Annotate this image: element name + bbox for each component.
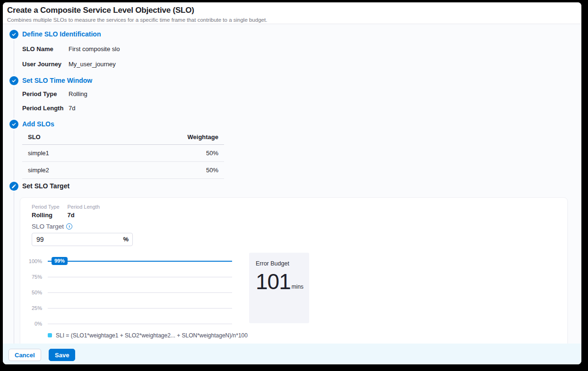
error-budget-card: Error Budget 101 mins xyxy=(249,253,309,323)
slo-target-field-label: SLO Target i xyxy=(32,223,72,230)
gridline-25 xyxy=(48,308,232,309)
slo-target-label-text: SLO Target xyxy=(32,223,64,230)
period-length-label: Period Length xyxy=(22,105,66,112)
table-row: simple2 50% xyxy=(22,162,224,179)
slo-cell: simple1 xyxy=(28,150,49,157)
period-length-summary: Period Length 7d xyxy=(68,204,100,219)
dialog-header: Create a Composite Service Level Objecti… xyxy=(3,2,581,24)
slo-target-input-wrap: % xyxy=(32,233,133,246)
period-summary: Period Type Rolling Period Length 7d xyxy=(32,204,100,219)
info-icon[interactable]: i xyxy=(66,223,72,230)
cancel-button[interactable]: Cancel xyxy=(9,349,41,361)
period-type-summary: Period Type Rolling xyxy=(32,204,60,219)
weightage-cell: 50% xyxy=(206,167,218,174)
table-row: simple1 50% xyxy=(22,145,224,162)
slo-target-slider-handle[interactable]: 99% xyxy=(52,257,68,265)
column-header-slo: SLO xyxy=(28,133,41,141)
error-budget-value: 101 xyxy=(256,271,291,292)
dialog-footer: Cancel Save xyxy=(3,344,581,364)
page-subtitle: Combines multiple SLOs to measure the se… xyxy=(7,17,577,23)
step-current-edit-pencil-icon xyxy=(9,182,18,191)
y-tick-100: 100% xyxy=(20,258,42,265)
period-type-value: Rolling xyxy=(32,212,60,219)
period-length-value: 7d xyxy=(69,105,75,112)
page-title: Create a Composite Service Level Objecti… xyxy=(7,6,577,15)
wizard-content: Define SLO Identification SLO Name First… xyxy=(3,24,581,344)
user-journey-value: My_user_journey xyxy=(69,61,116,68)
period-type-label: Period Type xyxy=(22,90,66,98)
save-button[interactable]: Save xyxy=(49,349,75,361)
y-tick-50: 50% xyxy=(20,289,42,296)
period-type-label: Period Type xyxy=(32,204,60,210)
sli-formula-legend: SLI = (SLO1*weightage1 + SLO2*weightage2… xyxy=(48,332,248,339)
error-budget-label: Error Budget xyxy=(256,260,303,267)
create-composite-slo-dialog: Create a Composite Service Level Objecti… xyxy=(3,2,581,364)
slo-name-label: SLO Name xyxy=(22,45,66,53)
table-header-row: SLO Weightage xyxy=(22,131,224,145)
gridline-50 xyxy=(48,292,232,293)
step-complete-check-icon xyxy=(9,120,18,129)
error-budget-value-row: 101 mins xyxy=(256,271,303,292)
user-journey-label: User Journey xyxy=(22,61,66,68)
percent-suffix: % xyxy=(123,236,129,243)
y-tick-25: 25% xyxy=(20,305,42,311)
slo-target-slider-track[interactable] xyxy=(48,261,232,262)
slo-cell: simple2 xyxy=(28,167,49,174)
legend-text: SLI = (SLO1*weightage1 + SLO2*weightage2… xyxy=(56,332,248,339)
step-title-set-slo-target[interactable]: Set SLO Target xyxy=(22,182,69,191)
gridline-75 xyxy=(48,277,232,277)
y-tick-0: 0% xyxy=(20,320,42,327)
step-title-set-slo-time-window[interactable]: Set SLO Time Window xyxy=(22,76,92,85)
legend-swatch-icon xyxy=(48,333,52,337)
period-type-value: Rolling xyxy=(69,90,87,98)
step-complete-check-icon xyxy=(9,30,18,39)
slo-target-input[interactable] xyxy=(32,233,133,246)
column-header-weightage: Weightage xyxy=(188,133,219,141)
step-title-add-slos[interactable]: Add SLOs xyxy=(22,120,54,129)
slo-name-value: First composite slo xyxy=(69,45,120,53)
weightage-cell: 50% xyxy=(206,150,218,157)
period-length-value: 7d xyxy=(68,212,100,219)
step-complete-check-icon xyxy=(9,76,18,85)
gridline-0 xyxy=(48,324,232,324)
added-slos-table: SLO Weightage simple1 50% simple2 50% xyxy=(22,131,224,179)
period-length-label: Period Length xyxy=(68,204,100,210)
step-title-define-slo-identification[interactable]: Define SLO Identification xyxy=(22,30,101,39)
y-tick-75: 75% xyxy=(20,274,42,280)
error-budget-unit: mins xyxy=(292,283,303,290)
set-slo-target-panel: Period Type Rolling Period Length 7d SLO… xyxy=(20,197,568,344)
